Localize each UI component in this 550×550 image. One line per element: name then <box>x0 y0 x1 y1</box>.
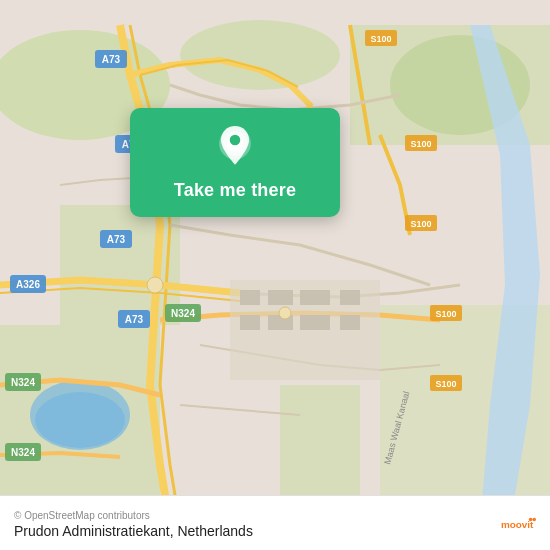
bottom-left-info: © OpenStreetMap contributors Prudon Admi… <box>14 510 253 539</box>
moovit-logo: moovit <box>500 506 536 542</box>
svg-text:S100: S100 <box>435 379 456 389</box>
svg-rect-40 <box>300 290 330 305</box>
svg-text:A73: A73 <box>107 234 126 245</box>
svg-text:S100: S100 <box>370 34 391 44</box>
svg-point-55 <box>532 518 536 522</box>
copyright-text: © OpenStreetMap contributors <box>14 510 253 521</box>
svg-text:S100: S100 <box>435 309 456 319</box>
map-container: A73 A73 A73 A73 A326 N324 N324 N324 S100… <box>0 0 550 550</box>
svg-point-52 <box>230 135 241 146</box>
svg-point-2 <box>180 20 340 90</box>
popup-card[interactable]: Take me there <box>130 108 340 217</box>
svg-point-10 <box>35 392 125 448</box>
location-name: Prudon Administratiekant, Netherlands <box>14 523 253 539</box>
svg-text:N324: N324 <box>11 377 35 388</box>
svg-rect-43 <box>300 315 330 330</box>
svg-text:S100: S100 <box>410 139 431 149</box>
svg-text:S100: S100 <box>410 219 431 229</box>
svg-rect-39 <box>268 290 293 305</box>
moovit-logo-icon: moovit <box>500 506 536 542</box>
svg-text:A73: A73 <box>125 314 144 325</box>
map-background: A73 A73 A73 A73 A326 N324 N324 N324 S100… <box>0 0 550 550</box>
svg-rect-41 <box>240 315 260 330</box>
svg-rect-44 <box>340 290 360 305</box>
svg-rect-38 <box>240 290 260 305</box>
svg-rect-45 <box>340 315 360 330</box>
svg-point-54 <box>529 518 533 522</box>
svg-text:A73: A73 <box>102 54 121 65</box>
svg-text:A326: A326 <box>16 279 40 290</box>
svg-text:N324: N324 <box>171 308 195 319</box>
svg-text:N324: N324 <box>11 447 35 458</box>
svg-point-48 <box>279 307 291 319</box>
svg-point-47 <box>147 277 163 293</box>
bottom-bar: © OpenStreetMap contributors Prudon Admi… <box>0 495 550 550</box>
take-me-there-button[interactable]: Take me there <box>174 180 296 201</box>
location-pin-icon <box>213 126 257 170</box>
